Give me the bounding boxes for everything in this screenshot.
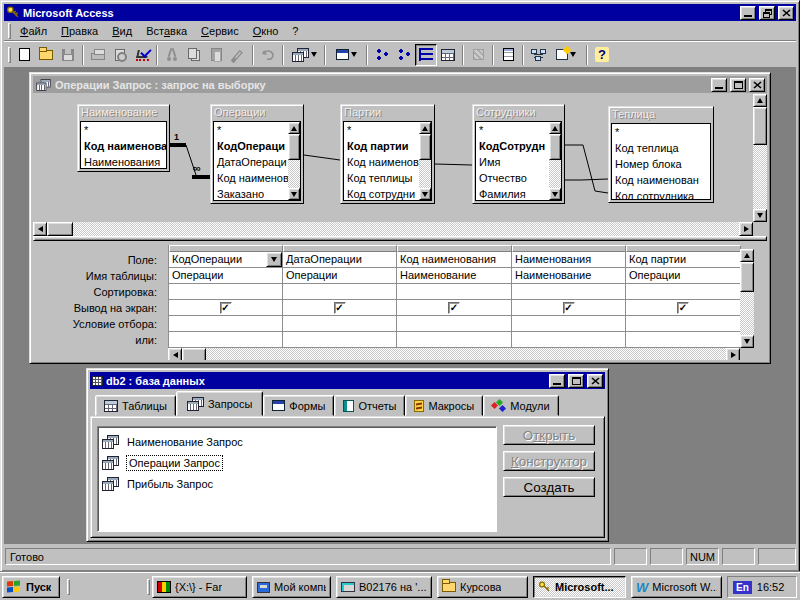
grid-cell-sort[interactable] bbox=[397, 284, 512, 300]
grid-cell-sort[interactable] bbox=[626, 284, 741, 300]
toolbar-handle[interactable] bbox=[8, 47, 11, 63]
grid-cell-show[interactable]: ✓ bbox=[512, 300, 626, 316]
field-list-sotrudniki[interactable]: Сотрудники * КодСотрудн Имя Отчество Фам… bbox=[472, 104, 565, 204]
relationships-button[interactable] bbox=[527, 44, 549, 66]
field-dropdown-button[interactable] bbox=[266, 252, 282, 267]
query-window-titlebar[interactable]: Операции Запрос : запрос на выборку bbox=[33, 76, 767, 93]
field-item[interactable]: * bbox=[81, 122, 166, 138]
scrollbar-thumb[interactable] bbox=[549, 134, 561, 160]
task-far[interactable]: {X:\} - Far bbox=[152, 576, 247, 598]
table-pane-vscrollbar[interactable] bbox=[753, 94, 767, 222]
save-button[interactable] bbox=[57, 44, 79, 66]
menu-item-insert[interactable]: Вставка bbox=[139, 23, 194, 39]
grid-cell-table[interactable]: Наименование bbox=[397, 268, 512, 284]
scrollbar-thumb[interactable] bbox=[740, 262, 754, 292]
show-checkbox[interactable]: ✓ bbox=[677, 302, 689, 314]
scroll-right-icon[interactable] bbox=[739, 222, 753, 236]
grid-cell-criteria[interactable] bbox=[397, 316, 512, 332]
grid-cell-or[interactable] bbox=[626, 332, 741, 348]
open-button[interactable] bbox=[35, 44, 57, 66]
open-query-button[interactable]: Открыть bbox=[503, 425, 595, 445]
table-pane-hscrollbar[interactable] bbox=[33, 222, 753, 236]
grid-cell-table[interactable]: Операции bbox=[283, 268, 397, 284]
scrollbar-thumb[interactable] bbox=[419, 134, 431, 160]
menu-item-edit[interactable]: Правка bbox=[54, 23, 105, 39]
field-list-partii[interactable]: Партии * Код партии Код наименов Код теп… bbox=[340, 104, 435, 204]
tab-macros[interactable]: Макросы bbox=[405, 395, 483, 416]
tab-modules[interactable]: Модули bbox=[483, 395, 558, 416]
grid-cell-show[interactable]: ✓ bbox=[626, 300, 741, 316]
scroll-down-icon[interactable] bbox=[740, 335, 754, 348]
query-close-button[interactable] bbox=[749, 78, 765, 92]
taskbar-handle[interactable] bbox=[147, 579, 150, 595]
grid-vscrollbar[interactable] bbox=[740, 249, 754, 348]
db-close-button[interactable] bbox=[587, 374, 603, 388]
field-list-scrollbar[interactable] bbox=[549, 122, 561, 200]
field-item[interactable]: Код сотрудника bbox=[612, 188, 710, 200]
grid-cell-show[interactable]: ✓ bbox=[397, 300, 512, 316]
design-view-button[interactable] bbox=[415, 44, 437, 66]
field-item[interactable]: Код теплица bbox=[612, 140, 710, 156]
query-type-button[interactable] bbox=[287, 44, 321, 66]
field-item[interactable]: Код наименов bbox=[344, 154, 431, 170]
show-checkbox[interactable]: ✓ bbox=[220, 302, 232, 314]
top-values-button[interactable] bbox=[393, 44, 415, 66]
db-maximize-button[interactable] bbox=[568, 374, 584, 388]
scroll-left-icon[interactable] bbox=[168, 348, 182, 360]
grid-cell-field[interactable]: КодОперации bbox=[169, 252, 283, 268]
field-item[interactable]: Код сотрудни bbox=[344, 186, 431, 201]
query-maximize-button[interactable] bbox=[730, 78, 746, 92]
tab-queries[interactable]: Запросы bbox=[176, 391, 263, 416]
list-item[interactable]: Наименование Запрос bbox=[102, 431, 492, 452]
grid-cell-field[interactable]: Код наименования bbox=[397, 252, 512, 268]
start-button[interactable]: Пуск bbox=[2, 576, 60, 598]
new-object-button[interactable] bbox=[549, 44, 583, 66]
scrollbar-thumb[interactable] bbox=[182, 348, 206, 360]
grid-cell-show[interactable]: ✓ bbox=[169, 300, 283, 316]
field-item[interactable]: * bbox=[344, 122, 431, 138]
menu-item-tools[interactable]: Сервис bbox=[194, 23, 246, 39]
scroll-up-icon[interactable] bbox=[288, 122, 300, 134]
grid-cell-field[interactable]: Код партии bbox=[626, 252, 741, 268]
grid-cell-sort[interactable] bbox=[283, 284, 397, 300]
design-query-button[interactable]: Конструктор bbox=[503, 451, 595, 471]
create-query-button[interactable]: Создать bbox=[503, 477, 595, 497]
scroll-up-icon[interactable] bbox=[740, 249, 754, 262]
grid-cell-table[interactable]: Операции bbox=[626, 268, 741, 284]
db-minimize-button[interactable] bbox=[549, 374, 565, 388]
scroll-down-icon[interactable] bbox=[419, 188, 431, 200]
grid-hscrollbar[interactable] bbox=[168, 348, 740, 360]
help-button[interactable]: ? bbox=[591, 44, 613, 66]
datasheet-view-button[interactable] bbox=[437, 44, 459, 66]
paste-button[interactable] bbox=[205, 44, 227, 66]
scroll-right-icon[interactable] bbox=[726, 348, 740, 360]
scroll-down-icon[interactable] bbox=[288, 188, 300, 200]
list-item[interactable]: Операции Запрос bbox=[102, 452, 492, 473]
field-list-operacii[interactable]: Операции * КодОпераци ДатаОпераци Код на… bbox=[210, 104, 304, 204]
field-item[interactable]: * bbox=[612, 124, 710, 140]
taskbar-handle[interactable] bbox=[67, 579, 70, 595]
properties-button[interactable] bbox=[497, 44, 519, 66]
field-list-naimenovanie[interactable]: Наименование * Код наименован Наименован… bbox=[77, 104, 170, 172]
task-word[interactable]: W Microsoft W... bbox=[631, 576, 722, 598]
scrollbar-thumb[interactable] bbox=[288, 134, 300, 160]
grid-cell-show[interactable]: ✓ bbox=[283, 300, 397, 316]
grid-cell-or[interactable] bbox=[169, 332, 283, 348]
menu-item-view[interactable]: Вид bbox=[105, 23, 139, 39]
print-button[interactable] bbox=[87, 44, 109, 66]
grid-column-headers[interactable] bbox=[169, 245, 740, 252]
grid-cell-table[interactable]: Операции bbox=[169, 268, 283, 284]
scroll-up-icon[interactable] bbox=[419, 122, 431, 134]
grid-cell-sort[interactable] bbox=[512, 284, 626, 300]
print-preview-button[interactable] bbox=[109, 44, 131, 66]
grid-cell-table[interactable]: Наименование bbox=[512, 268, 626, 284]
restore-button[interactable] bbox=[759, 6, 775, 20]
show-checkbox[interactable]: ✓ bbox=[448, 302, 460, 314]
menu-item-help[interactable]: ? bbox=[285, 23, 305, 39]
totals-button[interactable] bbox=[371, 44, 393, 66]
scrollbar-thumb[interactable] bbox=[753, 107, 767, 145]
grid-cell-or[interactable] bbox=[283, 332, 397, 348]
format-painter-button[interactable] bbox=[227, 44, 249, 66]
menubar-handle[interactable] bbox=[8, 23, 11, 39]
scroll-down-icon[interactable] bbox=[753, 209, 767, 222]
